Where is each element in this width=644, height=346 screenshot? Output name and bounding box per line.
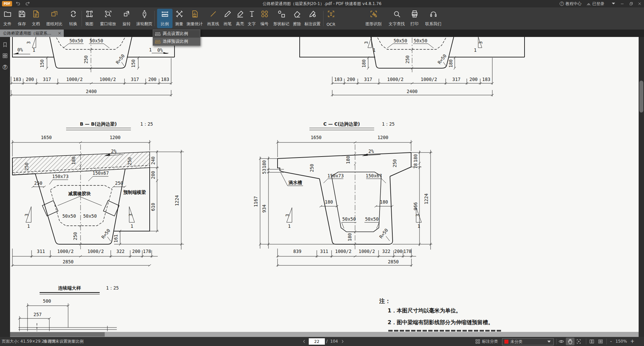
dim-label: 240 [150, 157, 156, 165]
toolbar-item-window-zoom[interactable]: 窗口缩放 [99, 9, 117, 28]
close-button[interactable] [635, 0, 644, 7]
thumbnails-icon[interactable] [2, 53, 8, 58]
number-icon [260, 10, 269, 18]
bookmark-icon[interactable] [2, 42, 8, 47]
dim-label: 2400 [407, 89, 418, 94]
zoom-out-button[interactable]: - [610, 337, 612, 346]
dim-label: 180 [71, 157, 76, 165]
dim-label: 322 [116, 249, 125, 254]
category-dropdown[interactable]: 未分类 [502, 338, 554, 345]
dim-label: 180 [347, 233, 352, 241]
help-icon[interactable]: ? [2, 64, 8, 70]
login-status[interactable]: 已登录 [586, 1, 604, 7]
toolbar-item-save[interactable]: 保存 [16, 9, 28, 28]
dim-label: 180 [413, 154, 418, 162]
toolbar-item-measure-stats[interactable]: 测量统计 [185, 9, 204, 28]
prev-page-icon[interactable] [301, 339, 307, 344]
tutorial-center-button[interactable]: ? 教程中心 [559, 1, 582, 7]
status-bar: 页面大小: 41.59×29.28 厘米 当前页未设置测量比例 / 104 标注… [0, 337, 644, 346]
dim-label: 2850 [63, 259, 74, 264]
dim-label: 1 [373, 47, 376, 53]
toolbar-item-pen[interactable]: 画笔 [221, 9, 234, 28]
toolbar-item-label: 旋转 [122, 21, 131, 27]
dim-label: 2850 [388, 259, 399, 264]
pdf-page: 50x5050x500%3110%150150250R=501832003171… [10, 37, 639, 332]
dim-label: 50x50 [342, 216, 356, 222]
toolbar-item-draw-line[interactable]: 画直线 [206, 9, 220, 28]
toolbar-item-ocr[interactable]: OCR [324, 9, 338, 28]
print-icon [410, 10, 419, 18]
toolbar-item-rotate[interactable]: 旋转 [120, 9, 133, 28]
dim-label: 500 [43, 298, 51, 304]
toolbar-item-highlight[interactable]: 高亮 [234, 9, 246, 28]
two-page-view-icon[interactable] [589, 339, 595, 344]
toolbar-item-label: 高亮 [236, 21, 244, 27]
toolbar-item-shape-recognition[interactable]: 图形识别 [364, 9, 383, 28]
toolbar-item-text-find[interactable]: 文字查找 [387, 9, 406, 28]
toolbar-item-document[interactable]: 文档 [30, 9, 42, 28]
dim-label: 966 [413, 202, 418, 210]
vertical-scrollbar[interactable] [639, 37, 644, 337]
toolbar-item-label: 形状标记 [273, 21, 289, 27]
toolbar-divider [154, 11, 155, 26]
toolbar-item-measure[interactable]: 测量 [173, 9, 185, 28]
menu-caret-button[interactable] [609, 0, 618, 7]
dim-label: 150x67 [93, 170, 109, 176]
dim-label: 1：25 [382, 121, 395, 127]
toolbar-item-text[interactable]: 文字 [246, 9, 258, 28]
toolbar-item-annotation-settings[interactable]: 标注设置 [303, 9, 322, 28]
horizontal-scrollbar[interactable] [10, 332, 639, 337]
pan-hand-button[interactable] [566, 338, 575, 345]
engineering-drawing: 50x5050x500%3110%150150250R=501832003171… [10, 37, 639, 332]
dim-label: 预制端横梁 [123, 189, 146, 195]
toolbar-item-convert[interactable]: 转换 [67, 9, 79, 28]
toolbar-item-scale[interactable]: 比例 [157, 9, 172, 28]
toolbar-item-label: 画直线 [207, 21, 219, 27]
toolbar-item-erase[interactable]: 擦除 [291, 9, 303, 28]
restore-button[interactable] [627, 0, 635, 7]
menu-item-preset-scale[interactable]: 选择预设比例 [153, 38, 200, 45]
toolbar-item-label: 视图 [85, 21, 93, 27]
note-line-1: 1．本图尺寸均以毫米为单位。 [388, 307, 461, 314]
dim-label: 50x50 [414, 38, 428, 43]
dim-label: 3 [363, 41, 369, 44]
visibility-eye-icon[interactable] [558, 339, 564, 344]
minimize-button[interactable] [618, 0, 627, 7]
dim-label: 50x50 [83, 213, 97, 219]
toolbar-item-drawing-compare[interactable]: 图纸对比 [45, 9, 64, 28]
ocr-icon [327, 10, 335, 18]
dim-label: R=50 [378, 227, 389, 239]
toolbar-item-label: 擦除 [293, 21, 301, 27]
add-selection-icon[interactable] [576, 339, 582, 344]
toolbar-item-number[interactable]: 编号 [258, 9, 270, 28]
dim-label: 50x50 [365, 216, 379, 222]
toolbar-item-view[interactable]: 视图 [83, 9, 95, 28]
window-title: 公路桥梁通用图（箱梁系列20-1）.pdf - PDF 快速看图 v4.8.1.… [0, 0, 644, 7]
continuous-view-icon[interactable] [598, 339, 603, 344]
toolbar-item-wheel-page[interactable]: 滚轮翻页 [135, 9, 154, 28]
zoom-in-button[interactable]: + [630, 337, 635, 346]
vertical-scrollbar-thumb[interactable] [639, 81, 643, 113]
dim-label: 3 [478, 41, 483, 44]
toolbar-item-label: 画笔 [224, 21, 232, 27]
next-page-icon[interactable] [340, 339, 345, 344]
document-tab[interactable]: 公路桥梁通用图（箱梁系... × [0, 30, 64, 37]
dim-label: 200 [148, 77, 156, 82]
dim-label: 2% [111, 148, 116, 154]
menu-item-two-point-scale[interactable]: 两点设置比例 [153, 30, 200, 38]
horizontal-scrollbar-thumb[interactable] [10, 332, 105, 337]
page-number-input[interactable] [309, 338, 325, 345]
toolbar-item-print[interactable]: 打印 [408, 9, 420, 28]
page-total: 104 [330, 337, 338, 346]
toolbar-item-file[interactable]: 文件 [1, 9, 13, 28]
toolbar-item-contact[interactable]: 联系我们 [424, 9, 443, 28]
dim-label: 250 [392, 159, 397, 167]
scale-icon [161, 10, 169, 18]
line-icon [209, 10, 217, 18]
dim-label: 1000/2 [335, 249, 352, 254]
toolbar-item-label: 文字 [248, 21, 256, 27]
dim-label: 50x50 [62, 213, 76, 219]
toolbar-item-shape-mark[interactable]: 形状标记 [272, 9, 291, 28]
dim-label: 1200 [110, 135, 121, 140]
tab-close-icon[interactable]: × [58, 30, 61, 37]
